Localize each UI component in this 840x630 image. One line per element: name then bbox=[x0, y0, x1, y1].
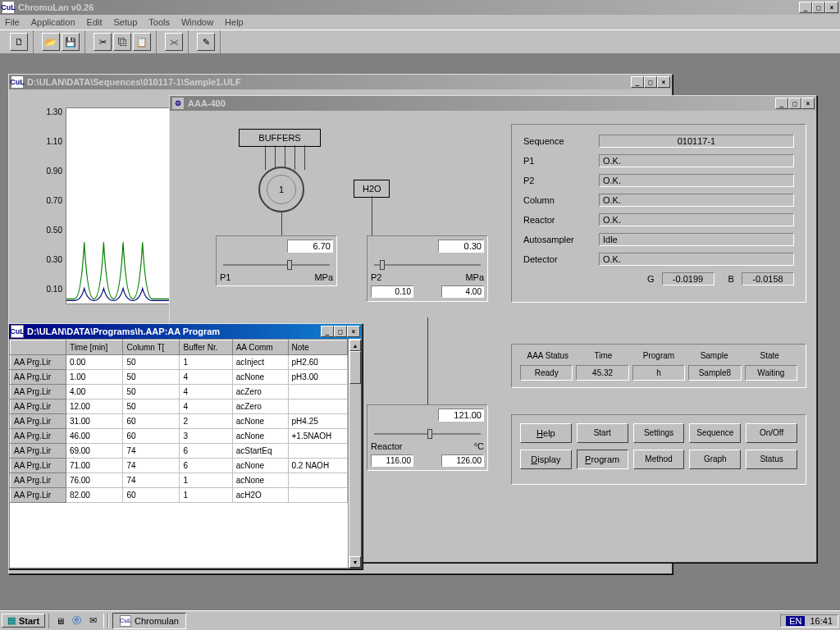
table-cell[interactable]: pH2.60 bbox=[288, 355, 347, 370]
table-cell[interactable]: 1 bbox=[180, 488, 232, 503]
table-row[interactable]: AA Prg.Lir76.00741acNone bbox=[11, 473, 348, 488]
menu-file[interactable]: File bbox=[5, 17, 20, 27]
table-cell[interactable]: 50 bbox=[123, 399, 180, 414]
aaa400-titlebar[interactable]: ⚙ AAA-400 _ □ × bbox=[170, 96, 816, 111]
table-cell[interactable]: acInject bbox=[232, 355, 288, 370]
table-cell[interactable]: pH4.25 bbox=[288, 414, 347, 429]
table-cell[interactable]: +1.5NAOH bbox=[288, 429, 347, 444]
table-cell[interactable]: AA Prg.Lir bbox=[11, 429, 66, 444]
settings-button[interactable]: Settings bbox=[633, 423, 685, 443]
table-cell[interactable]: 4.00 bbox=[66, 385, 123, 399]
table-cell[interactable] bbox=[288, 488, 347, 503]
column-header[interactable]: Column T[ bbox=[123, 340, 180, 355]
sequence-titlebar[interactable]: CuL D:\ULAN\DATA\Sequences\010117-1\Samp… bbox=[9, 75, 672, 89]
table-cell[interactable] bbox=[288, 385, 347, 399]
seq-maximize-button[interactable]: □ bbox=[644, 76, 657, 88]
maximize-button[interactable]: □ bbox=[812, 2, 825, 13]
prog-close-button[interactable]: × bbox=[347, 326, 360, 337]
save-button[interactable]: 💾 bbox=[62, 33, 80, 51]
table-cell[interactable]: acNone bbox=[232, 370, 288, 385]
p1-slider[interactable] bbox=[223, 264, 330, 266]
table-cell[interactable]: 71.00 bbox=[66, 459, 123, 473]
prog-minimize-button[interactable]: _ bbox=[321, 326, 334, 337]
seq-close-button[interactable]: × bbox=[657, 76, 670, 88]
p2-slider[interactable] bbox=[374, 264, 481, 266]
table-cell[interactable]: 74 bbox=[123, 473, 180, 488]
table-cell[interactable]: acNone bbox=[232, 473, 288, 488]
table-cell[interactable]: AA Prg.Lir bbox=[11, 385, 66, 399]
config-button[interactable]: ✎ bbox=[197, 33, 215, 51]
aaa-maximize-button[interactable]: □ bbox=[788, 98, 801, 109]
program-titlebar[interactable]: CuL D:\ULAN\DATA\Programs\h.AAP:AA Progr… bbox=[9, 324, 362, 339]
table-cell[interactable]: 50 bbox=[123, 355, 180, 370]
menu-window[interactable]: Window bbox=[181, 17, 213, 27]
minimize-button[interactable]: _ bbox=[799, 2, 812, 13]
prog-maximize-button[interactable]: □ bbox=[334, 326, 347, 337]
task-button-chromulan[interactable]: CuL Chromulan bbox=[112, 613, 186, 629]
table-cell[interactable]: 3 bbox=[180, 429, 232, 444]
language-indicator[interactable]: EN bbox=[786, 616, 805, 626]
table-row[interactable]: AA Prg.Lir31.00602acNonepH4.25 bbox=[11, 414, 348, 429]
copy-button[interactable]: ⿻ bbox=[113, 33, 131, 51]
table-cell[interactable]: 82.00 bbox=[66, 488, 123, 503]
table-row[interactable]: AA Prg.Lir12.00504acZero bbox=[11, 399, 348, 414]
table-cell[interactable] bbox=[288, 473, 347, 488]
table-cell[interactable]: acNone bbox=[232, 414, 288, 429]
table-cell[interactable]: AA Prg.Lir bbox=[11, 459, 66, 473]
open-button[interactable]: 📂 bbox=[42, 33, 60, 51]
column-header[interactable]: Note bbox=[288, 340, 347, 355]
table-cell[interactable]: 76.00 bbox=[66, 473, 123, 488]
reactor-slider[interactable] bbox=[374, 433, 481, 435]
table-cell[interactable]: 60 bbox=[123, 488, 180, 503]
column-header[interactable] bbox=[11, 340, 66, 355]
table-cell[interactable]: 60 bbox=[123, 429, 180, 444]
table-cell[interactable]: 6 bbox=[180, 459, 232, 473]
table-cell[interactable]: AA Prg.Lir bbox=[11, 414, 66, 429]
table-cell[interactable]: 0.2 NAOH bbox=[288, 459, 347, 473]
table-cell[interactable]: 1.00 bbox=[66, 370, 123, 385]
table-cell[interactable]: 12.00 bbox=[66, 399, 123, 414]
table-cell[interactable] bbox=[288, 444, 347, 459]
table-cell[interactable]: 69.00 bbox=[66, 444, 123, 459]
table-scrollbar[interactable]: ▲ ▼ bbox=[349, 339, 362, 568]
program-table[interactable]: Time [min]Column T[Buffer Nr.AA CommNote… bbox=[9, 339, 349, 568]
table-cell[interactable]: 50 bbox=[123, 385, 180, 399]
onoff-button[interactable]: On/Off bbox=[746, 423, 797, 443]
table-cell[interactable]: 50 bbox=[123, 370, 180, 385]
method-button[interactable]: Method bbox=[633, 450, 685, 469]
menu-tools[interactable]: Tools bbox=[148, 17, 170, 27]
table-cell[interactable]: 0.00 bbox=[66, 355, 123, 370]
chromatogram-button[interactable]: ⩙ bbox=[165, 33, 183, 51]
column-header[interactable]: Time [min] bbox=[66, 340, 123, 355]
table-cell[interactable]: AA Prg.Lir bbox=[11, 473, 66, 488]
help-button[interactable]: Help bbox=[520, 423, 572, 443]
display-button[interactable]: Display bbox=[520, 450, 572, 469]
scroll-thumb[interactable] bbox=[349, 351, 361, 384]
table-cell[interactable]: pH3.00 bbox=[288, 370, 347, 385]
table-cell[interactable] bbox=[288, 399, 347, 414]
menu-help[interactable]: Help bbox=[225, 17, 244, 27]
paste-button[interactable]: 📋 bbox=[133, 33, 151, 51]
column-header[interactable]: Buffer Nr. bbox=[180, 340, 232, 355]
table-cell[interactable]: acZero bbox=[232, 399, 288, 414]
start-button[interactable]: Start bbox=[577, 423, 628, 443]
table-cell[interactable]: AA Prg.Lir bbox=[11, 488, 66, 503]
table-cell[interactable]: 31.00 bbox=[66, 414, 123, 429]
table-cell[interactable]: acNone bbox=[232, 429, 288, 444]
table-cell[interactable]: 74 bbox=[123, 459, 180, 473]
ql-ie-icon[interactable]: ⓔ bbox=[69, 614, 84, 628]
table-cell[interactable]: AA Prg.Lir bbox=[11, 444, 66, 459]
table-row[interactable]: AA Prg.Lir46.00603acNone+1.5NAOH bbox=[11, 429, 348, 444]
new-button[interactable]: 🗋 bbox=[10, 33, 28, 51]
menu-application[interactable]: Application bbox=[31, 17, 75, 27]
table-row[interactable]: AA Prg.Lir71.00746acNone0.2 NAOH bbox=[11, 459, 348, 473]
table-cell[interactable]: acH2O bbox=[232, 488, 288, 503]
aaa-close-button[interactable]: × bbox=[801, 98, 815, 109]
ql-desktop-icon[interactable]: 🖥 bbox=[52, 614, 67, 628]
cut-button[interactable]: ✂ bbox=[94, 33, 112, 51]
menu-edit[interactable]: Edit bbox=[87, 17, 103, 27]
column-header[interactable]: AA Comm bbox=[232, 340, 288, 355]
table-cell[interactable]: acNone bbox=[232, 459, 288, 473]
seq-minimize-button[interactable]: _ bbox=[631, 76, 644, 88]
table-row[interactable]: AA Prg.Lir0.00501acInjectpH2.60 bbox=[11, 355, 348, 370]
